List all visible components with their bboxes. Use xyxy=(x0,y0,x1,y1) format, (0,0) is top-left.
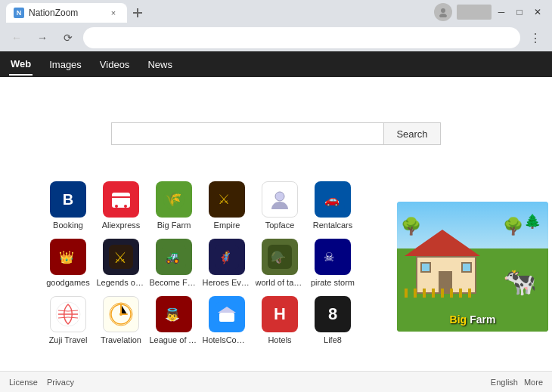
footer-links: License Privacy xyxy=(9,378,74,387)
booking-icon: B xyxy=(50,181,86,218)
tree-right: 🌳 xyxy=(503,217,523,236)
app-topface-label: Topface xyxy=(265,221,295,230)
app-travelation-label: Travelation xyxy=(101,335,141,344)
tab-favicon: N xyxy=(14,8,24,18)
app-zuji-travel[interactable]: Zuji Travel xyxy=(42,296,95,344)
footer-license-link[interactable]: License xyxy=(9,378,38,387)
app-hotels-combined-label: HotelsCombined xyxy=(203,335,252,344)
footer-privacy-link[interactable]: Privacy xyxy=(47,378,74,387)
world-of-tanks-icon: 🪖 xyxy=(262,239,298,275)
svg-text:☠: ☠ xyxy=(324,251,334,264)
svg-point-5 xyxy=(115,205,118,208)
nav-news[interactable]: News xyxy=(146,54,174,75)
svg-point-2 xyxy=(441,8,445,13)
app-rentalcars-label: Rentalcars xyxy=(313,221,353,230)
app-hotels-label: Hotels xyxy=(268,335,291,344)
maximize-button[interactable]: □ xyxy=(511,5,528,20)
svg-text:🦸: 🦸 xyxy=(218,250,233,264)
app-row-2: 👑 goodgames ⚔ Legends of Honor 🚜 Become … xyxy=(42,239,359,287)
zuji-travel-icon xyxy=(50,296,86,332)
svg-text:🪖: 🪖 xyxy=(271,250,286,264)
app-zuji-travel-label: Zuji Travel xyxy=(49,335,88,344)
browser-tab[interactable]: N NationZoom × xyxy=(6,3,127,23)
svg-rect-4 xyxy=(112,193,130,208)
cow: 🐄 xyxy=(503,266,537,298)
app-become-farmer-label: Become Farmer xyxy=(150,278,199,287)
league-of-angels-icon: 👼 xyxy=(156,296,192,332)
app-hotels-combined[interactable]: HotelsCombined xyxy=(200,296,253,344)
app-topface[interactable]: Topface xyxy=(253,181,306,230)
forward-button[interactable]: → xyxy=(32,27,53,48)
app-aliexpress[interactable]: Aliexpress xyxy=(95,181,147,230)
app-pirate-storm[interactable]: ☠ pirate storm xyxy=(306,239,359,287)
search-nav-bar: Web Images Videos News xyxy=(0,51,552,77)
legends-icon: ⚔ xyxy=(103,239,139,275)
rentalcars-icon: 🚗 xyxy=(315,181,351,218)
ad-banner[interactable]: 🌳 🌳 🌲 xyxy=(397,202,548,332)
new-tab-button[interactable] xyxy=(127,3,148,23)
app-legends-of-honor[interactable]: ⚔ Legends of Honor xyxy=(95,239,147,287)
app-legends-label: Legends of Honor xyxy=(97,278,146,287)
app-life8[interactable]: 8 Life8 xyxy=(306,296,359,344)
app-rentalcars[interactable]: 🚗 Rentalcars xyxy=(306,181,359,230)
browser-menu-button[interactable]: ⋮ xyxy=(525,27,546,48)
app-goodgames[interactable]: 👑 goodgames xyxy=(42,239,95,287)
app-travelation[interactable]: Travelation xyxy=(95,296,147,344)
search-input[interactable] xyxy=(111,122,383,145)
aliexpress-icon xyxy=(103,181,139,218)
search-button[interactable]: Search xyxy=(383,122,440,145)
app-world-of-tanks[interactable]: 🪖 world of tanks xyxy=(253,239,306,287)
app-heroes-evolved-label: Heroes Evolved xyxy=(203,278,252,287)
svg-text:⚔: ⚔ xyxy=(113,249,127,266)
app-booking[interactable]: B Booking xyxy=(42,181,95,230)
close-button[interactable]: ✕ xyxy=(529,5,546,20)
heroes-evolved-icon: 🦸 xyxy=(209,239,245,275)
goodgames-icon: 👑 xyxy=(50,239,86,275)
app-row-1: B Booking Aliexpress 🌾 Big Farm xyxy=(42,181,359,230)
app-league-of-angels[interactable]: 👼 League of Angels xyxy=(147,296,200,344)
app-bigfarm[interactable]: 🌾 Big Farm xyxy=(147,181,200,230)
svg-text:⚔: ⚔ xyxy=(218,192,230,207)
svg-point-30 xyxy=(119,313,122,316)
app-empire-label: Empire xyxy=(214,221,240,230)
footer: License Privacy English More xyxy=(0,371,552,392)
app-aliexpress-label: Aliexpress xyxy=(102,221,141,230)
tab-close-button[interactable]: × xyxy=(107,7,119,19)
tree-far-right: 🌲 xyxy=(524,213,541,230)
hotels-combined-icon xyxy=(209,296,245,332)
app-empire[interactable]: ⚔ Empire xyxy=(200,181,253,230)
app-row-3: Zuji Travel Travelation xyxy=(42,296,359,344)
svg-text:👑: 👑 xyxy=(59,250,74,264)
svg-text:🚗: 🚗 xyxy=(324,193,340,207)
address-bar: ← → ⟳ ⋮ xyxy=(0,24,552,51)
app-pirate-storm-label: pirate storm xyxy=(311,278,355,287)
bigfarm-ad: 🌳 🌳 🌲 xyxy=(397,202,548,332)
profile-icon xyxy=(434,3,452,21)
footer-more[interactable]: More xyxy=(524,378,543,387)
app-rows: B Booking Aliexpress 🌾 Big Farm xyxy=(42,181,359,344)
main-content: Search B Booking Aliexpress 🌾 xyxy=(0,77,552,392)
svg-text:🌾: 🌾 xyxy=(165,191,182,208)
nav-videos[interactable]: Videos xyxy=(98,54,132,75)
become-farmer-icon: 🚜 xyxy=(156,239,192,275)
url-input[interactable] xyxy=(83,27,520,48)
app-life8-label: Life8 xyxy=(324,335,342,344)
app-hotels[interactable]: H Hotels xyxy=(253,296,306,344)
app-league-of-angels-label: League of Angels xyxy=(150,335,199,344)
bigfarm-icon: 🌾 xyxy=(156,181,192,218)
svg-point-6 xyxy=(124,205,127,208)
footer-language[interactable]: English xyxy=(491,378,518,387)
svg-point-12 xyxy=(275,192,284,201)
pirate-storm-icon: ☠ xyxy=(315,239,351,275)
app-heroes-evolved[interactable]: 🦸 Heroes Evolved xyxy=(200,239,253,287)
minimize-button[interactable]: ─ xyxy=(493,5,510,20)
nav-images[interactable]: Images xyxy=(48,54,83,75)
app-booking-label: Booking xyxy=(53,221,83,230)
app-become-farmer[interactable]: 🚜 Become Farmer xyxy=(147,239,200,287)
nav-web[interactable]: Web xyxy=(9,54,33,76)
hotels-icon: H xyxy=(262,296,298,332)
bigfarm-logo: Big Farm xyxy=(450,313,496,326)
refresh-button[interactable]: ⟳ xyxy=(57,27,79,48)
back-button[interactable]: ← xyxy=(6,27,27,48)
svg-text:🚜: 🚜 xyxy=(165,250,180,264)
